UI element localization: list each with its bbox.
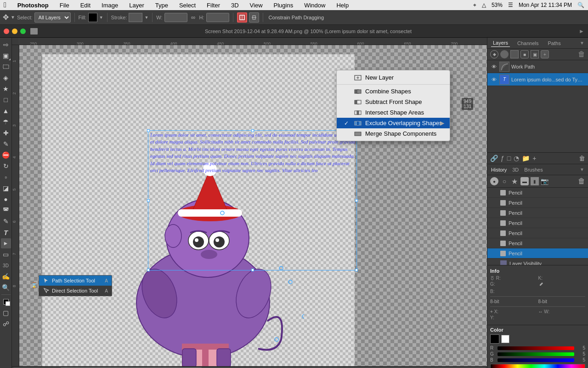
pen-tool[interactable]: ✎ [1,216,11,226]
maximize-button[interactable] [20,29,26,34]
add-folder-icon[interactable]: 📁 [522,155,530,162]
background-color-swatch[interactable] [501,335,509,343]
color-layer-button[interactable]: + [541,50,549,58]
screen-mode[interactable]: ☍ [1,319,11,329]
tool-options-arrow[interactable]: ▼ [11,15,15,20]
history-item-1[interactable]: Pencil [487,188,588,198]
history-brush-tool[interactable]: ↻ [1,161,11,171]
panel-collapse-arrow[interactable]: ► [579,28,584,34]
shape-tool[interactable]: ▭ [1,249,11,259]
path-distribute-icon[interactable] [249,12,259,23]
history-item-5[interactable]: Pencil [487,228,588,238]
add-effect-icon[interactable]: ƒ [501,155,504,162]
history-item-4[interactable]: Pencil [487,218,588,228]
menu-view[interactable]: View [248,2,265,9]
panel-expand-icon[interactable]: ▼ [580,40,584,46]
delete-layer-icon[interactable]: 🗑 [579,155,585,162]
history-snapshot-rounded[interactable]: ▬ [520,177,529,185]
constrain-proportions-icon[interactable]: ∞ [189,13,198,22]
blur-tool[interactable]: ● [1,194,11,204]
new-layer-icon-bottom[interactable]: + [532,155,536,162]
move-tool-icon[interactable]: ✥ [3,13,9,22]
layer-type-path[interactable]: 👁 T Lorem ipsum dolo...sed do Type Path [487,73,588,86]
history-expand-icon[interactable]: ▼ [580,167,584,172]
artboard-tool[interactable]: ▣ [1,51,11,61]
menu-edit[interactable]: Edit [79,2,92,9]
stroke-dropdown-arrow[interactable]: ▼ [144,15,148,20]
width-input[interactable] [164,13,187,22]
smart-object-button[interactable]: ■ [520,50,529,58]
layers-select-dropdown[interactable]: All Layers [34,12,71,23]
layer-eye-type[interactable]: 👁 [490,76,498,83]
move-tool[interactable]: ⇨ [1,40,11,50]
3d-tool[interactable]: 3D [1,260,11,270]
zoom-tool[interactable]: 🔍 [1,282,11,293]
crop-tool[interactable]: □ [1,95,11,105]
close-button[interactable] [4,29,9,34]
gradient-tool[interactable]: ◪ [1,183,11,193]
history-item-3[interactable]: Pencil [487,208,588,218]
foreground-background-colors[interactable] [1,297,11,307]
fill-dropdown-arrow[interactable]: ▼ [99,15,103,20]
apple-menu[interactable]:  [4,1,6,9]
info-r-icon[interactable]: ⛣ [490,276,495,281]
type-tool[interactable]: T [1,227,11,237]
blending-options-button[interactable] [500,50,509,58]
layer-mask-button[interactable] [510,50,519,58]
layer-eye-work-path[interactable]: 👁 [490,63,498,70]
menu-filter[interactable]: Filter [205,2,222,9]
slice-tool[interactable]: ▲ [1,106,11,116]
canvas[interactable]: Lorem ipsum dolor sit amet, consectetur … [19,45,487,366]
quick-select-tool[interactable]: ★ [1,84,11,94]
clone-stamp-tool[interactable]: ⛔ [1,150,11,160]
lasso-tool[interactable]: ◈ [1,73,11,83]
add-link-icon[interactable]: 🔗 [490,155,498,162]
path-selection-tool-option[interactable]: Path Selection Tool A [39,276,112,286]
history-item-6[interactable]: Pencil [487,238,588,248]
healing-tool[interactable]: ✚ [1,128,11,138]
path-selection-tool[interactable]: ► [1,238,11,248]
menu-window[interactable]: Window [302,2,327,9]
menu-type[interactable]: Type [153,2,170,9]
history-item-7[interactable]: Pencil [487,248,588,259]
history-new-snapshot[interactable]: ★ [510,177,519,185]
foreground-color-swatch[interactable] [490,334,499,344]
tab-layers[interactable]: Layers [491,39,510,47]
direct-selection-tool-option[interactable]: Direct Selection Tool A [39,286,112,296]
subtract-front-shape-option[interactable]: Subtract Front Shape [337,97,450,107]
tab-brushes[interactable]: Brushes [524,167,543,172]
menu-layer[interactable]: Layer [127,2,146,9]
layer-type-button[interactable]: ▣ [531,50,539,58]
r-slider[interactable] [498,346,574,350]
dodge-tool[interactable]: ◚ [1,205,11,215]
merge-shape-components-option[interactable]: Merge Shape Components [337,128,450,139]
menu-plugins[interactable]: Plugins [272,2,295,9]
combine-shapes-option[interactable]: Combine Shapes [337,86,450,97]
menu-help[interactable]: Help [334,2,351,9]
menu-image[interactable]: Image [100,2,120,9]
info-cross-icon[interactable]: + [490,309,493,314]
menu-file[interactable]: File [58,2,71,9]
info-resize-icon[interactable]: ↔ [538,309,543,314]
hand-tool[interactable]: ✍ [1,271,11,282]
brush-tool[interactable]: ✎ [1,139,11,149]
layer-work-path[interactable]: 👁 Work Path [487,60,588,73]
tab-paths[interactable]: Paths [546,40,563,47]
quick-mask-toggle[interactable]: ▢ [1,308,11,318]
marquee-tool[interactable] [1,62,11,72]
spectrum-bar[interactable] [490,364,585,368]
menu-photoshop[interactable]: Photoshop [16,2,51,9]
delete-layer-button[interactable]: 🗑 [578,50,585,58]
search-icon[interactable]: 🔍 [577,2,584,8]
height-input[interactable] [206,13,229,22]
history-item-8[interactable]: Layer Visibility [487,259,588,265]
minimize-button[interactable] [12,29,17,34]
menu-select[interactable]: Select [177,2,198,9]
eraser-tool[interactable]: ▫ [1,172,11,182]
history-snapshot-outline[interactable]: ○ [500,177,509,185]
eyedropper-tool[interactable]: ☂ [1,117,11,127]
canvas-scrollbar-horizontal[interactable] [12,366,487,368]
new-layer-option[interactable]: New Layer [337,72,450,83]
add-adjustment-layer-icon[interactable]: ◔ [514,155,519,162]
tab-history[interactable]: History [491,167,507,172]
